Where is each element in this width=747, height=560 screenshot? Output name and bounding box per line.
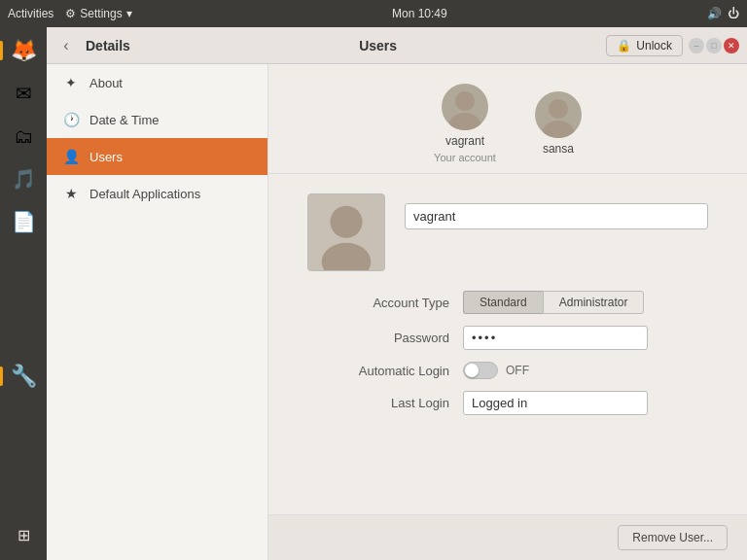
automatic-login-row: Automatic Login OFF: [307, 362, 708, 379]
password-label: Password: [307, 331, 463, 345]
close-button[interactable]: ✕: [724, 38, 739, 53]
detail-content: Account Type Standard Administrator Pass…: [268, 174, 747, 514]
toggle-state-label: OFF: [506, 364, 529, 377]
last-login-row: Last Login: [307, 391, 708, 415]
svg-point-0: [455, 91, 475, 111]
automatic-login-label: Automatic Login: [307, 364, 463, 378]
user-vagrant[interactable]: vagrant Your account: [434, 84, 496, 163]
toggle-knob: [465, 364, 479, 377]
content: ✦ About 🕐 Date & Time 👤 Users ★ Default …: [47, 64, 747, 560]
app-system[interactable]: 🔧: [4, 357, 43, 396]
profile-avatar[interactable]: [307, 193, 385, 271]
vagrant-subtitle: Your account: [434, 152, 496, 163]
last-login-label: Last Login: [307, 396, 463, 410]
sidebar-label-users: Users: [89, 150, 123, 164]
sidebar-item-default-apps[interactable]: ★ Default Applications: [47, 175, 267, 212]
app-writer[interactable]: 📄: [4, 202, 43, 241]
grid-icon[interactable]: ⊞: [12, 520, 36, 550]
unlock-label: Unlock: [636, 39, 672, 52]
lock-icon: 🔒: [617, 39, 631, 52]
unlock-button[interactable]: 🔒 Unlock: [606, 35, 683, 56]
svg-point-3: [543, 121, 574, 138]
app-files[interactable]: 🗂: [4, 117, 43, 156]
main-layout: 🦊 ✉ 🗂 🎵 📄 🔧 ⊞ ‹ Details: [0, 27, 747, 560]
svg-point-5: [330, 206, 362, 238]
app-firefox[interactable]: 🦊: [4, 31, 43, 70]
topbar: Activities ⚙ Settings ▾ Mon 10:49 🔊 ⏻: [0, 0, 747, 27]
settings-label: Settings: [80, 7, 122, 20]
section-label: Details: [86, 38, 130, 53]
writer-icon: 📄: [12, 210, 36, 233]
datetime-icon: 🕐: [62, 112, 80, 127]
mail-icon: ✉: [16, 82, 32, 105]
firefox-icon: 🦊: [11, 38, 37, 63]
back-icon: ‹: [63, 37, 68, 54]
profile-section: [307, 193, 708, 271]
panel: ‹ Details Users 🔒 Unlock – □ ✕: [47, 27, 747, 560]
account-type-buttons: Standard Administrator: [463, 291, 708, 314]
remove-user-button[interactable]: Remove User...: [618, 525, 728, 550]
detail-footer: Remove User...: [268, 514, 747, 560]
sidebar-item-users[interactable]: 👤 Users: [47, 138, 267, 175]
account-type-row: Account Type Standard Administrator: [307, 291, 708, 314]
window-controls: – □ ✕: [689, 38, 739, 53]
vagrant-avatar: [442, 84, 488, 130]
sidebar: ✦ About 🕐 Date & Time 👤 Users ★ Default …: [47, 64, 268, 560]
vagrant-name: vagrant: [445, 134, 484, 148]
sidebar-label-default-apps: Default Applications: [89, 187, 200, 201]
system-icon: 🔧: [11, 364, 37, 389]
about-icon: ✦: [62, 75, 80, 90]
default-apps-icon: ★: [62, 186, 80, 201]
user-bar: vagrant Your account sansa: [268, 64, 747, 174]
sidebar-item-datetime[interactable]: 🕐 Date & Time: [47, 101, 267, 138]
app-mail[interactable]: ✉: [4, 74, 43, 113]
sidebar-label-datetime: Date & Time: [89, 113, 160, 127]
sansa-avatar: [535, 91, 582, 138]
svg-point-2: [549, 99, 568, 119]
activities-label[interactable]: Activities: [8, 7, 53, 20]
settings-gear-icon: ⚙: [65, 7, 76, 20]
taskbar: 🦊 ✉ 🗂 🎵 📄 🔧 ⊞: [0, 27, 47, 560]
last-login-input: [463, 391, 648, 415]
username-input[interactable]: [405, 203, 708, 229]
users-icon: 👤: [62, 149, 80, 164]
clock: Mon 10:49: [392, 7, 447, 20]
svg-point-1: [449, 113, 480, 130]
password-input[interactable]: [463, 326, 648, 350]
automatic-login-toggle[interactable]: [463, 362, 498, 379]
settings-menu[interactable]: ⚙ Settings ▾: [65, 7, 131, 20]
files-icon: 🗂: [14, 125, 33, 148]
user-sansa[interactable]: sansa: [535, 91, 582, 156]
minimize-button[interactable]: –: [689, 38, 704, 53]
maximize-button[interactable]: □: [706, 38, 722, 53]
music-icon: 🎵: [12, 167, 36, 191]
volume-icon[interactable]: 🔊: [707, 7, 722, 20]
administrator-account-button[interactable]: Administrator: [543, 291, 645, 314]
account-type-label: Account Type: [307, 296, 463, 310]
profile-name-field: [405, 193, 708, 229]
sidebar-label-about: About: [89, 76, 123, 90]
toggle-row: OFF: [463, 362, 708, 379]
sidebar-item-about[interactable]: ✦ About: [47, 64, 267, 101]
password-row: Password: [307, 326, 708, 350]
window-title: Users: [150, 38, 606, 53]
app-music[interactable]: 🎵: [4, 159, 43, 198]
detail-area: vagrant Your account sansa: [268, 64, 747, 560]
standard-account-button[interactable]: Standard: [463, 291, 543, 314]
sansa-name: sansa: [543, 142, 574, 156]
settings-arrow-icon: ▾: [126, 7, 132, 20]
back-button[interactable]: ‹: [54, 34, 78, 57]
power-icon[interactable]: ⏻: [728, 7, 739, 20]
titlebar: ‹ Details Users 🔒 Unlock – □ ✕: [47, 27, 747, 64]
